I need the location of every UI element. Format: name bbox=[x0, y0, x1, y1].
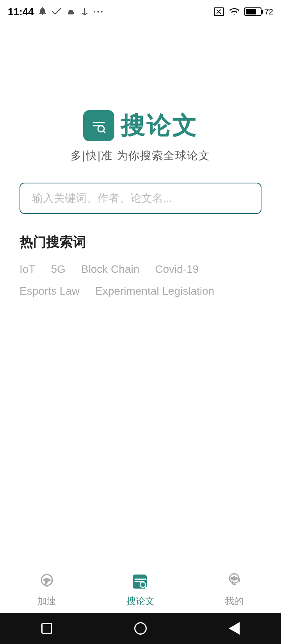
svg-rect-13 bbox=[239, 578, 240, 582]
nav-label-mine: 我的 bbox=[225, 595, 244, 607]
hot-tag-legislation[interactable]: Experimental Legislation bbox=[95, 285, 214, 297]
android-back-button[interactable] bbox=[226, 621, 242, 636]
more-icon: ··· bbox=[93, 6, 104, 18]
time-display: 11:44 bbox=[8, 6, 34, 18]
bottom-nav: 加速 搜论文 我的 bbox=[0, 566, 281, 613]
back-icon bbox=[229, 622, 240, 635]
nav-label-accelerate: 加速 bbox=[37, 595, 56, 607]
vibrate-icon bbox=[37, 6, 48, 17]
hot-search-tags: IoT 5G Block Chain Covid-19 Esports Law … bbox=[20, 263, 261, 297]
status-indicators: ✕ 72 bbox=[214, 6, 273, 17]
battery-icon bbox=[244, 7, 261, 16]
hot-search-title: 热门搜索词 bbox=[20, 233, 261, 251]
android-nav-bar bbox=[0, 613, 281, 644]
svg-rect-6 bbox=[51, 580, 52, 584]
logo-svg bbox=[88, 115, 110, 137]
logo-row: 搜论文 bbox=[83, 109, 198, 142]
hot-tag-iot[interactable]: IoT bbox=[20, 263, 35, 276]
nav-item-search[interactable]: 搜论文 bbox=[109, 572, 172, 607]
nav-label-search: 搜论文 bbox=[126, 595, 155, 607]
hot-tag-covid[interactable]: Covid-19 bbox=[155, 263, 199, 276]
app-name: 搜论文 bbox=[121, 109, 198, 142]
nav-item-accelerate[interactable]: 加速 bbox=[16, 572, 78, 607]
status-time: 11:44 ··· bbox=[8, 6, 104, 18]
mine-icon bbox=[224, 572, 244, 592]
download-icon bbox=[79, 6, 90, 17]
hot-search-section: 热门搜索词 IoT 5G Block Chain Covid-19 Esport… bbox=[20, 233, 261, 297]
app-logo-icon bbox=[83, 110, 114, 141]
android-recent-button[interactable] bbox=[39, 621, 55, 636]
search-container bbox=[20, 183, 261, 214]
battery-level: 72 bbox=[265, 7, 273, 16]
sim-icon: ✕ bbox=[214, 7, 224, 16]
main-content: 搜论文 多|快|准 为你搜索全球论文 热门搜索词 IoT 5G Block Ch… bbox=[0, 23, 281, 566]
search-paper-icon bbox=[130, 572, 151, 592]
recent-icon bbox=[41, 623, 52, 634]
nav-item-mine[interactable]: 我的 bbox=[203, 572, 265, 607]
status-bar: 11:44 ··· ✕ 72 bbox=[0, 0, 281, 23]
accelerate-icon bbox=[37, 572, 57, 592]
app-subtitle: 多|快|准 为你搜索全球论文 bbox=[71, 148, 210, 163]
android-home-button[interactable] bbox=[133, 621, 148, 636]
cloud-icon bbox=[65, 6, 76, 17]
check-icon bbox=[51, 6, 62, 17]
battery-container: 72 bbox=[244, 7, 273, 16]
logo-area: 搜论文 多|快|准 为你搜索全球论文 bbox=[71, 109, 210, 163]
hot-tag-esports[interactable]: Esports Law bbox=[20, 285, 80, 297]
wifi-icon bbox=[228, 6, 240, 17]
home-icon bbox=[134, 622, 147, 635]
hot-tag-5g[interactable]: 5G bbox=[51, 263, 65, 276]
hot-tag-blockchain[interactable]: Block Chain bbox=[81, 263, 139, 276]
search-input[interactable] bbox=[20, 183, 261, 214]
